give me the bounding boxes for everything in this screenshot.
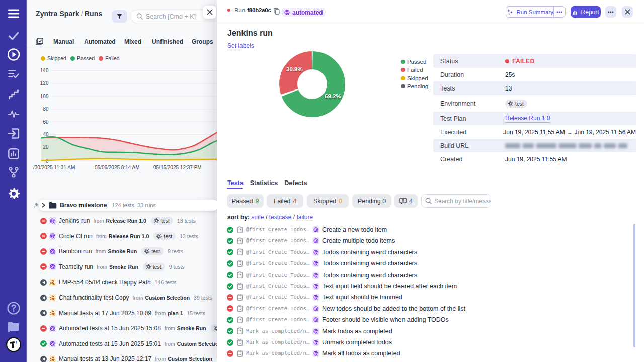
svg-text:100: 100	[40, 94, 49, 99]
svg-text:05/06/2025 8:14 AM: 05/06/2025 8:14 AM	[95, 165, 140, 170]
svg-text:05/15/2025 12:37 PM: 05/15/2025 12:37 PM	[153, 165, 202, 170]
svg-text:120: 120	[40, 80, 49, 86]
svg-text:80: 80	[43, 106, 49, 112]
svg-text:60: 60	[43, 119, 49, 125]
svg-text:140: 140	[40, 68, 49, 73]
svg-text:20: 20	[43, 144, 49, 150]
svg-text:/30/2025 11:31 AM: /30/2025 11:31 AM	[33, 165, 75, 170]
